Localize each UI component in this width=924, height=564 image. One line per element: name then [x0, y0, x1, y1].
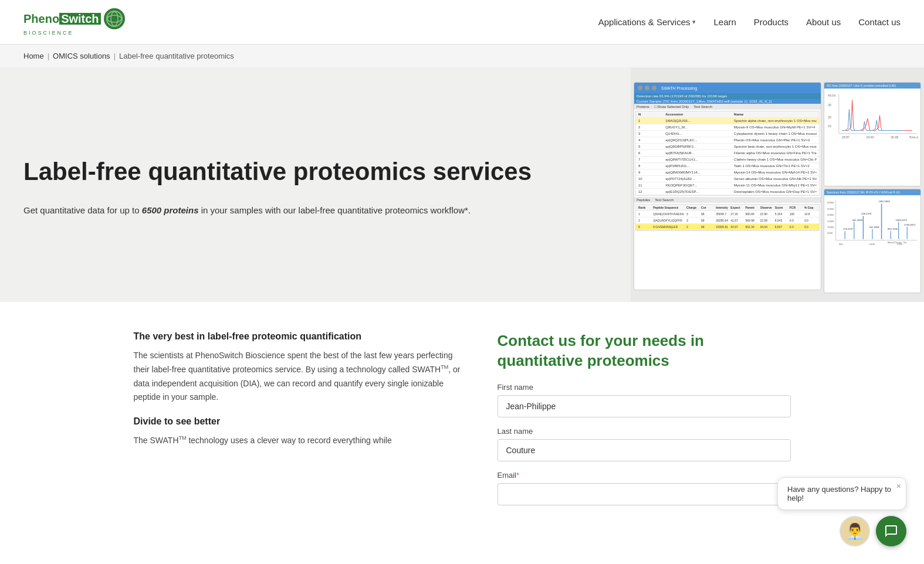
- svg-text:5000: 5000: [827, 232, 833, 235]
- screenshot-swath-main: SWATH Processing Detection rate 63.9% (1…: [634, 82, 821, 290]
- ss-protein-table: N Accession Name 1 1WA3|Q3US9... Spectri…: [635, 111, 820, 196]
- breadcrumb-omics[interactable]: OMICS solutions: [53, 52, 110, 60]
- breadcrumb-sep-2: |: [114, 52, 116, 60]
- chat-bubble-text: Have any questions? Happy to help!: [787, 485, 891, 502]
- svg-text:30.08: 30.08: [891, 135, 898, 139]
- ss-proteins-label: Proteins □ Show Selected Only Text Searc…: [634, 104, 821, 110]
- swath-sup-2: TM: [179, 436, 187, 441]
- hero-description: Get quantitative data for up to 6500 pro…: [23, 203, 607, 218]
- ss-peptide-row-1: 1 1|5A4|LDVIFHYAAESIVMA 3 99 35045.7 27.…: [636, 211, 819, 218]
- svg-text:30000: 30000: [827, 201, 834, 204]
- svg-text:20000: 20000: [827, 213, 834, 216]
- ss-protein-row-7: 7 sp|Q9WTI7|5CLH1... Clathrin heavy chai…: [636, 157, 819, 163]
- input-email[interactable]: [497, 483, 791, 505]
- ss-mass-svg: 30000 25000 20000 15000 10000 5000 110.0…: [827, 198, 918, 246]
- close-icon[interactable]: ×: [896, 481, 901, 491]
- ss-protein-row-1: 1 1WA3|Q3US9... Spectrin alpha chain, no…: [636, 118, 819, 124]
- chevron-down-icon: ▾: [692, 18, 696, 26]
- svg-text:15000: 15000: [827, 220, 834, 223]
- svg-text:228.1276: 228.1276: [861, 212, 872, 215]
- ss-dot-1: [638, 86, 642, 90]
- hero-left: Label-free quantitative proteomics servi…: [0, 67, 631, 302]
- label-firstname: First name: [497, 383, 791, 392]
- svg-text:1362.5685: 1362.5685: [878, 200, 890, 203]
- nav-item-products[interactable]: Products: [754, 17, 788, 27]
- input-firstname[interactable]: [497, 395, 791, 417]
- ss-peptide-row-2: 2 2|AQUADFYL|GQFFR 3 99 26280.64 41.67 5…: [636, 218, 819, 224]
- logo-area[interactable]: PhenoSwitch BIOSCIENCE: [23, 6, 129, 38]
- required-star: *: [516, 471, 519, 480]
- svg-text:44.54: 44.54: [828, 94, 835, 97]
- svg-text:Mass/Charge, Da: Mass/Charge, Da: [888, 241, 907, 244]
- ss-dot-2: [645, 86, 649, 90]
- svg-text:Time (min): Time (min): [909, 135, 918, 139]
- content-right: Contact us for your needs in quantitativ…: [497, 331, 791, 515]
- ss-protein-row-12: 12 sp|E1RQ25|7DESP... Desmoplakin OS=Mus…: [636, 189, 819, 195]
- logo-text-switch: Switch: [59, 13, 100, 25]
- label-lastname: Last name: [497, 427, 791, 436]
- logo-icon: [104, 8, 125, 29]
- ss-dot-3: [652, 86, 656, 90]
- svg-text:110.0727: 110.0727: [843, 227, 854, 230]
- form-group-firstname: First name: [497, 383, 791, 417]
- content-subtitle-1: The very best in label-free proteomic qu…: [134, 331, 462, 342]
- ss-xic-graph: 44.54 30 20 10 28.87 29.60 30.08: [824, 89, 920, 144]
- chat-bubble: × Have any questions? Happy to help!: [777, 477, 906, 510]
- ss-protein-row-5: 5 sp|Q9DBP5|FBF2... Spectrin beta chain,…: [636, 144, 819, 150]
- svg-point-0: [107, 11, 122, 26]
- logo[interactable]: PhenoSwitch BIOSCIENCE: [23, 6, 129, 38]
- breadcrumb-sep-1: |: [48, 52, 49, 60]
- swath-sup-1: TM: [441, 364, 448, 370]
- ss-xic-svg: 44.54 30 20 10 28.87 29.60 30.08: [827, 91, 918, 140]
- content-left: The very best in label-free proteomic qu…: [134, 331, 462, 515]
- ss-peptide-header: Rank Peptide Sequence Charge Cor Intensi…: [636, 205, 819, 211]
- hero-section: Label-free quantitative proteomics servi…: [0, 67, 924, 302]
- site-header: PhenoSwitch BIOSCIENCE Applications & Se…: [0, 0, 924, 45]
- svg-text:850.7032: 850.7032: [888, 227, 898, 230]
- nav-item-applications[interactable]: Applications & Services ▾: [598, 17, 696, 27]
- svg-text:341.1836: 341.1836: [852, 219, 863, 222]
- input-lastname[interactable]: [497, 439, 791, 461]
- chat-open-button[interactable]: [876, 516, 906, 544]
- svg-text:25000: 25000: [827, 208, 834, 210]
- nav-item-learn[interactable]: Learn: [713, 17, 736, 27]
- svg-text:1264.5371: 1264.5371: [896, 219, 908, 222]
- svg-text:29.60: 29.60: [867, 135, 874, 139]
- breadcrumb-home[interactable]: Home: [23, 52, 44, 60]
- form-group-email: Email*: [497, 471, 791, 505]
- ss-protein-row-8: 8 sp|P28651N1... Talin-1 OS=Mus musculus…: [636, 163, 819, 169]
- screenshot-mass-bottom: Spectrum from 20200127 Wt: Pl P3-VO-7-R3…: [824, 189, 921, 293]
- ss-protein-row-2: 2 Q9UGY1_M... Myosin-9 OS=Mus musculus G…: [636, 124, 819, 131]
- ss-header-bar: SWATH Processing: [634, 83, 821, 93]
- svg-text:30: 30: [828, 103, 831, 107]
- ss-protein-row-3: 3 Q14DH1... Cytoplasmic dynein 1 heavy c…: [636, 131, 819, 137]
- ss-title: SWATH Processing: [661, 86, 697, 90]
- ss-mass-title: Spectrum from 20200127 Wt: Pl P3-VO-7-R3…: [824, 189, 920, 195]
- chat-widget: × Have any questions? Happy to help! 👨‍💼: [777, 477, 906, 544]
- content-paragraph-2: The SWATHTM technology uses a clever way…: [134, 434, 462, 448]
- ss-xic-title: XIC from 20200127: UIex 5, pnorden annud…: [824, 83, 920, 89]
- ss-protein-header: N Accession Name: [636, 111, 819, 118]
- screenshot-xic-top: XIC from 20200127: UIex 5, pnorden annud…: [824, 82, 921, 186]
- ss-peptide-row-3: 8 8 GIVEMONS|LER 2 99 24305.91 34.97 652…: [636, 224, 819, 230]
- ss-peptide-table: Rank Peptide Sequence Charge Cor Intensi…: [635, 204, 820, 231]
- nav-item-contact[interactable]: Contact us: [858, 17, 901, 27]
- ss-protein-row-9: 9 sp|Q8WXM0/MY114... Myosin-14 OS=Mus mu…: [636, 169, 819, 176]
- svg-text:1000: 1000: [869, 243, 875, 246]
- nav-item-about[interactable]: About us: [806, 17, 841, 27]
- ss-peptides-label: Peptides Text Search: [634, 197, 821, 203]
- svg-text:10000: 10000: [827, 226, 834, 229]
- screenshot-side-panels: XIC from 20200127: UIex 5, pnorden annud…: [824, 82, 921, 293]
- label-email: Email*: [497, 471, 791, 480]
- main-nav: Applications & Services ▾ Learn Products…: [598, 17, 901, 27]
- ss-protein-row-4: 4 sp|Q9QZG3|PLEC... Plectin OS=Mus muscu…: [636, 137, 819, 144]
- svg-text:20: 20: [828, 115, 831, 119]
- form-group-lastname: Last name: [497, 427, 791, 461]
- form-section-title: Contact us for your needs in quantitativ…: [497, 331, 791, 371]
- svg-text:28.87: 28.87: [842, 135, 849, 139]
- svg-text:10: 10: [828, 124, 831, 128]
- logo-text-pheno: Pheno: [23, 13, 59, 25]
- svg-text:341.0991: 341.0991: [869, 226, 880, 229]
- ss-protein-row-11: 11 XEI3QPEF3GQE7... Myosin 11 OS=Mus mus…: [636, 182, 819, 189]
- content-section: The very best in label-free proteomic qu…: [110, 302, 814, 544]
